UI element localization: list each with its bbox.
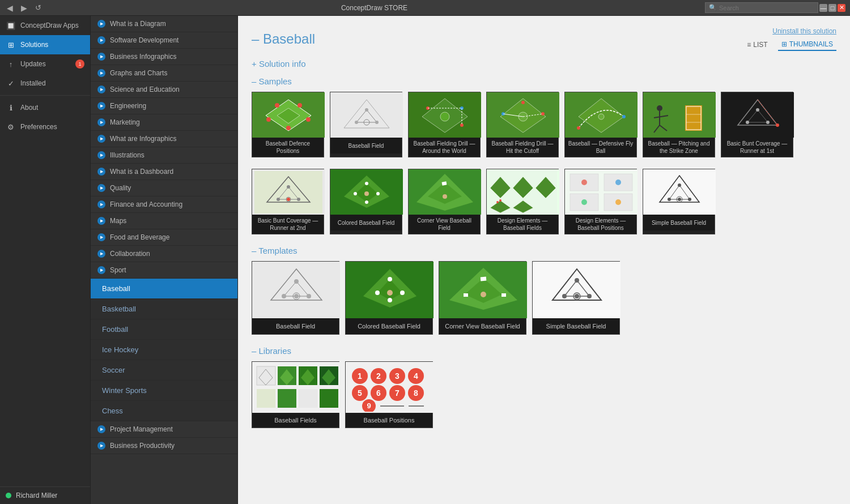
solution-item-finance-accounting[interactable]: Finance and Accounting <box>91 197 237 213</box>
sport-subitem-soccer[interactable]: Soccer <box>91 360 237 381</box>
solution-arrow-icon <box>97 151 105 159</box>
sample-item-bunt-coverage-1st[interactable]: Basic Bunt Coverage — Runner at 1st <box>721 92 793 157</box>
sample-item-design-elements-positions[interactable]: Design Elements — Baseball Positions <box>564 169 637 234</box>
sport-subitem-football[interactable]: Football <box>91 319 237 340</box>
solution-info-header[interactable]: + Solution info <box>252 59 836 69</box>
templates-header[interactable]: – Templates <box>252 246 836 255</box>
solution-item-what-is-diagram[interactable]: What is a Diagram <box>91 16 237 32</box>
sport-subitem-chess[interactable]: Chess <box>91 401 237 421</box>
sample-item-simple-baseball-field[interactable]: Simple Baseball Field <box>643 169 715 234</box>
libraries-header[interactable]: – Libraries <box>252 346 836 356</box>
samples-grid: Baseball Defence Positions Baseball Fie <box>252 92 836 157</box>
template-item-colored-field[interactable]: Colored Baseball Field <box>345 261 433 335</box>
sidebar-item-conceptdraw-apps[interactable]: 🔲 ConceptDraw Apps <box>0 16 90 35</box>
sport-subitem-baseball[interactable]: Baseball <box>91 279 237 299</box>
close-button[interactable]: ✕ <box>838 4 845 12</box>
sidebar-item-label: Updates <box>20 60 46 68</box>
solution-arrow-icon <box>97 69 105 77</box>
solution-item-marketing[interactable]: Marketing <box>91 114 237 131</box>
solution-arrow-icon <box>97 200 105 208</box>
sidebar-item-label: Installed <box>20 79 46 87</box>
search-bar[interactable]: 🔍 <box>705 2 818 13</box>
library-item-baseball-positions[interactable]: 1 2 3 4 5 6 7 8 <box>345 361 433 428</box>
sample-item-pitching-strike-zone[interactable]: Baseball — Pitching and the Strike Zone <box>643 92 715 157</box>
solution-item-what-are-infographics[interactable]: What are Infographics <box>91 131 237 147</box>
page-title: – Baseball <box>252 31 315 47</box>
svg-point-102 <box>294 279 299 284</box>
sidebar-item-solutions[interactable]: ⊞ Solutions <box>0 35 90 54</box>
solution-item-engineering[interactable]: Engineering <box>91 98 237 114</box>
content-header: – Baseball Uninstall this solution ≡ LIS… <box>252 27 836 51</box>
samples-header[interactable]: – Samples <box>252 76 836 86</box>
sample-item-baseball-field[interactable]: Baseball Field <box>330 92 402 157</box>
sample-item-bunt-coverage-2nd[interactable]: Basic Bunt Coverage — Runner at 2nd <box>252 169 324 234</box>
svg-point-84 <box>581 180 587 185</box>
apps-icon: 🔲 <box>6 20 16 31</box>
svg-rect-128 <box>257 366 275 385</box>
preferences-icon: ⚙ <box>6 122 16 132</box>
solution-item-science-education[interactable]: Science and Education <box>91 82 237 98</box>
uninstall-link[interactable]: Uninstall this solution <box>772 27 836 35</box>
svg-point-3 <box>298 103 302 108</box>
solution-item-sport[interactable]: Sport <box>91 262 237 279</box>
search-input[interactable] <box>719 5 814 11</box>
svg-text:7: 7 <box>395 388 400 398</box>
main-layout: 🔲 ConceptDraw Apps ⊞ Solutions ↑ Updates… <box>0 16 850 504</box>
sample-item-corner-view[interactable]: Corner View Baseball Field <box>408 169 481 234</box>
svg-rect-42 <box>724 94 792 136</box>
sport-subitem-winter-sports[interactable]: Winter Sports <box>91 381 237 401</box>
svg-point-115 <box>481 292 486 297</box>
solution-item-graphs-charts[interactable]: Graphs and Charts <box>91 65 237 82</box>
solution-item-collaboration[interactable]: Collaboration <box>91 246 237 262</box>
solution-arrow-icon <box>97 425 105 433</box>
solution-item-quality[interactable]: Quality <box>91 180 237 197</box>
template-thumbnail-svg <box>534 263 619 317</box>
solution-item-maps[interactable]: Maps <box>91 213 237 229</box>
solution-item-business-infographics[interactable]: Business Infographics <box>91 49 237 65</box>
solution-arrow-icon <box>97 53 105 61</box>
user-name: Richard Miller <box>16 492 57 499</box>
sample-label: Corner View Baseball Field <box>409 215 480 234</box>
nav-refresh-button[interactable]: ↺ <box>33 2 44 13</box>
svg-point-57 <box>287 198 290 201</box>
svg-point-55 <box>297 198 300 201</box>
sample-thumbnail-svg <box>333 94 401 136</box>
nav-forward-button[interactable]: ▶ <box>19 2 29 14</box>
solution-item-project-management[interactable]: Project Management <box>91 421 237 438</box>
sample-item-fielding-drill-cutoff[interactable]: Baseball Fielding Drill — Hit the Cutoff <box>486 92 559 157</box>
sidebar-item-preferences[interactable]: ⚙ Preferences <box>0 117 90 136</box>
svg-point-92 <box>668 198 671 201</box>
maximize-button[interactable]: □ <box>828 4 836 12</box>
svg-point-87 <box>615 199 621 205</box>
sidebar-item-installed[interactable]: ✓ Installed <box>0 74 90 93</box>
svg-point-31 <box>598 114 604 119</box>
sport-subitem-basketball[interactable]: Basketball <box>91 299 237 319</box>
sample-item-baseball-defence-positions[interactable]: Baseball Defence Positions <box>252 92 324 157</box>
svg-point-13 <box>365 108 368 112</box>
solution-item-food-beverage[interactable]: Food and Beverage <box>91 229 237 246</box>
solution-item-software-dev[interactable]: Software Development <box>91 32 237 49</box>
sample-item-colored-baseball-field[interactable]: Colored Baseball Field <box>330 169 402 234</box>
svg-rect-139 <box>320 389 338 408</box>
minimize-button[interactable]: — <box>819 4 827 12</box>
library-item-baseball-fields[interactable]: Baseball Fields <box>252 361 339 428</box>
thumbnails-icon: ⊞ <box>781 40 787 48</box>
sample-label: Baseball — Defensive Fly Ball <box>565 138 636 157</box>
list-view-button[interactable]: ≡ LIST <box>743 39 771 50</box>
sample-item-defensive-fly-ball[interactable]: Baseball — Defensive Fly Ball <box>564 92 637 157</box>
template-item-corner-view[interactable]: Corner View Baseball Field <box>439 261 526 335</box>
sample-item-fielding-drill-around-world[interactable]: Baseball Fielding Drill — Around the Wor… <box>408 92 481 157</box>
sidebar-item-about[interactable]: ℹ About <box>0 98 90 117</box>
solution-item-what-is-dashboard[interactable]: What is a Dashboard <box>91 164 237 180</box>
sport-subitem-ice-hockey[interactable]: Ice Hockey <box>91 340 237 360</box>
template-item-baseball-field[interactable]: Baseball Field <box>252 261 339 335</box>
nav-back-button[interactable]: ◀ <box>5 2 15 14</box>
thumbnails-view-button[interactable]: ⊞ THUMBNAILS <box>778 39 836 51</box>
solution-item-illustrations[interactable]: Illustrations <box>91 147 237 164</box>
sidebar-item-updates[interactable]: ↑ Updates 1 <box>0 54 90 74</box>
svg-point-30 <box>622 115 626 118</box>
sample-item-design-elements-fields[interactable]: Design Elements — Baseball Fields <box>486 169 559 234</box>
svg-point-37 <box>657 105 662 111</box>
template-item-simple-field[interactable]: Simple Baseball Field <box>532 261 620 335</box>
solution-item-business-productivity[interactable]: Business Productivity <box>91 438 237 454</box>
